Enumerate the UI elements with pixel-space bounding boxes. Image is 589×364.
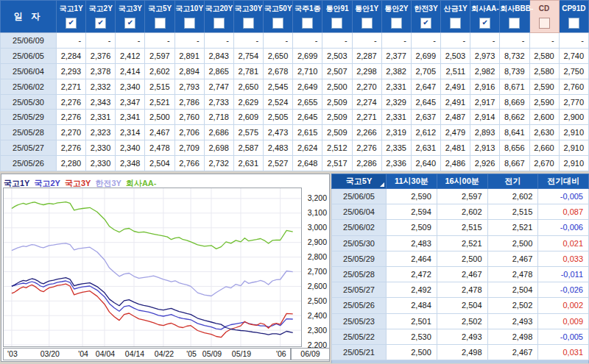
column-header[interactable]: 통안2Y: [381, 1, 411, 33]
value-cell: 2,770: [559, 94, 588, 110]
column-header[interactable]: 통안91: [322, 1, 352, 33]
value-cell: 2,336: [381, 156, 411, 171]
x-axis: '0303/20'0404/0404/1404/22'0505/0905/19'…: [3, 348, 291, 360]
table-row[interactable]: 25/05/282,2702,3232,3142,4672,7062,6862,…: [1, 125, 589, 140]
value-cell: 2,414: [116, 63, 145, 79]
value-cell: 2,786: [174, 94, 204, 110]
column-header[interactable]: 국고3Y✔: [116, 1, 145, 33]
column-checkbox-checked[interactable]: ✔: [66, 18, 77, 29]
table-row[interactable]: 25/05/302,4832,5212,5000,021: [332, 235, 589, 251]
value-cell: 2,343: [86, 94, 116, 110]
table-row[interactable]: 25/05/262,2802,3302,3482,5042,7662,7322,…: [1, 156, 589, 171]
table-row[interactable]: 25/05/282,4722,4672,478-0,011: [332, 266, 589, 282]
table-row[interactable]: 25/06/042,2932,3782,4142,6022,8942,8652,…: [1, 63, 589, 79]
table-row[interactable]: 25/06/022,2712,3322,3402,5152,7932,7472,…: [1, 79, 589, 94]
column-checkbox[interactable]: [214, 18, 225, 29]
value-cell: 2,597: [437, 189, 487, 204]
table-row[interactable]: 25/05/212,5002,4982,4670,031: [332, 344, 589, 360]
column-checkbox[interactable]: [450, 18, 461, 29]
column-header[interactable]: 16시00분: [437, 174, 487, 189]
table-row[interactable]: 25/05/302,2762,3432,3472,5212,7862,7332,…: [1, 94, 589, 110]
column-checkbox[interactable]: [243, 18, 254, 29]
next-row-edge: [331, 360, 589, 363]
table-row[interactable]: 25/05/222,5302,4932,498-0,005: [332, 329, 589, 344]
column-header[interactable]: 국고5Y: [145, 1, 174, 33]
column-label: 통안91: [322, 1, 351, 15]
sort-indicator-icon: [380, 182, 384, 187]
column-header[interactable]: 회사BBB-: [500, 1, 529, 33]
column-checkbox-checked[interactable]: ✔: [479, 18, 490, 29]
value-cell: 2,271: [57, 79, 86, 94]
column-header[interactable]: 전기대비: [538, 174, 589, 189]
column-header[interactable]: 통안1Y: [352, 1, 381, 33]
value-cell: 2,629: [233, 94, 263, 110]
series-line: [12, 243, 293, 296]
column-checkbox-checked[interactable]: ✔: [95, 18, 106, 29]
table-row[interactable]: 25/06/042,5942,6022,5150,087: [332, 204, 589, 220]
table-row[interactable]: 25/05/272,2762,3302,3402,4782,7092,6982,…: [1, 140, 589, 156]
column-header[interactable]: 국고1Y✔: [57, 1, 86, 33]
value-cell: 2,624: [293, 140, 322, 156]
column-header[interactable]: 국고10Y: [174, 1, 204, 33]
column-checkbox-checked[interactable]: ✔: [124, 18, 135, 29]
column-checkbox[interactable]: [568, 18, 579, 29]
legend-item: 국고1Y: [4, 179, 29, 188]
value-cell: 2,602: [145, 63, 174, 79]
column-header[interactable]: 국고20Y: [204, 1, 233, 33]
value-cell: 2,500: [387, 344, 437, 360]
value-cell: 2,329: [381, 94, 411, 110]
column-checkbox[interactable]: [155, 18, 166, 29]
table-row[interactable]: 25/06/052,2842,3762,4122,5972,8912,8432,…: [1, 48, 589, 63]
column-checkbox[interactable]: [272, 18, 283, 29]
column-header[interactable]: 국주1종: [293, 1, 322, 33]
y-axis-label: 2,700: [308, 267, 327, 276]
column-header[interactable]: 11시30분: [387, 174, 437, 189]
column-header[interactable]: 국고30Y: [233, 1, 263, 33]
column-header[interactable]: CD: [529, 1, 559, 33]
value-cell: -: [352, 33, 381, 49]
value-cell: 2,645: [411, 94, 440, 110]
y-axis-label: 2,500: [308, 296, 327, 305]
value-cell: 2,483: [387, 235, 437, 251]
column-header[interactable]: 국고50Y: [264, 1, 293, 33]
column-label: 국고20Y: [205, 1, 233, 15]
table-row[interactable]: 25/05/232,5012,5022,4930,009: [332, 313, 589, 329]
column-checkbox[interactable]: [331, 18, 342, 29]
column-checkbox[interactable]: [184, 18, 195, 29]
value-cell: 2,467: [145, 125, 174, 140]
value-cell: 2,678: [264, 63, 293, 79]
column-checkbox[interactable]: [509, 18, 520, 29]
column-header[interactable]: 국고2Y✔: [86, 1, 116, 33]
x-axis-label: '06: [276, 349, 286, 358]
diff-cell: 0,031: [538, 344, 589, 360]
date-column-header[interactable]: 일 자: [1, 1, 57, 33]
value-cell: 2,483: [264, 140, 293, 156]
column-header[interactable]: 회사AA-✔: [470, 1, 500, 33]
table-row[interactable]: 25/06/022,5092,5152,521-0,006: [332, 220, 589, 235]
column-checkbox-checked[interactable]: ✔: [420, 18, 431, 29]
y-axis-label: 2,400: [308, 311, 327, 320]
table-row[interactable]: 25/05/262,4842,5042,5020,002: [332, 298, 589, 313]
value-cell: 2,893: [470, 125, 500, 140]
column-header[interactable]: 전기: [487, 174, 538, 189]
value-cell: 2,502: [487, 298, 538, 313]
sort-column-header[interactable]: 국고5Y: [332, 174, 387, 189]
table-row[interactable]: 25/06/052,5902,5972,602-0,005: [332, 189, 589, 204]
column-header[interactable]: 한전3Y✔: [411, 1, 440, 33]
table-row[interactable]: 25/05/272,4922,4782,504-0,026: [332, 282, 589, 298]
value-cell: 8,739: [500, 63, 529, 79]
column-checkbox[interactable]: [391, 18, 402, 29]
table-row[interactable]: 25/06/09------------------: [1, 33, 589, 49]
table-row[interactable]: 25/05/292,4642,5002,4670,033: [332, 251, 589, 266]
value-cell: 2,340: [116, 140, 145, 156]
table-row[interactable]: 25/05/292,2762,3312,3412,5002,7602,7182,…: [1, 110, 589, 125]
column-checkbox[interactable]: [539, 18, 550, 29]
value-cell: 2,732: [204, 156, 233, 171]
column-checkbox[interactable]: [361, 18, 373, 29]
diff-cell: -0,005: [538, 329, 589, 344]
column-checkbox[interactable]: [302, 18, 313, 29]
column-header[interactable]: CP91D: [559, 1, 588, 33]
value-cell: 2,331: [86, 110, 116, 125]
column-header[interactable]: 산금1Y: [441, 1, 470, 33]
value-cell: 2,464: [387, 251, 437, 266]
